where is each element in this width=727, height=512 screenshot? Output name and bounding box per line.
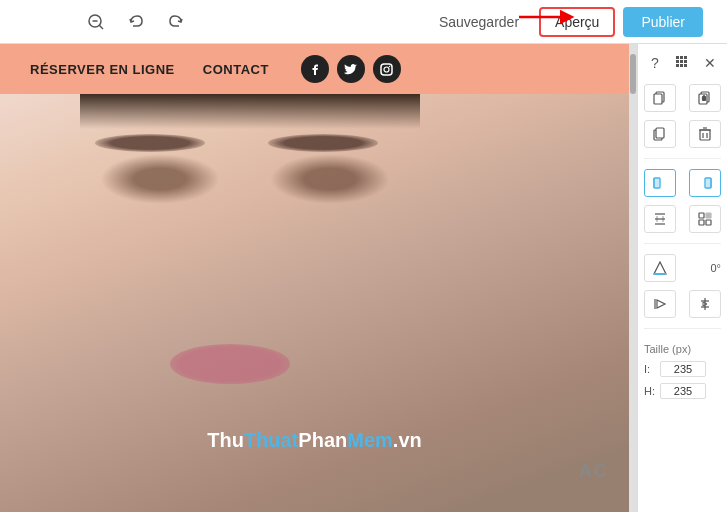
svg-rect-24 — [700, 130, 710, 140]
instagram-icon[interactable] — [373, 55, 401, 83]
align-left-button[interactable] — [644, 169, 676, 197]
hair-top — [80, 94, 420, 129]
hero-image: AC ThuThuatPhanMem.vn — [0, 94, 629, 512]
size-label: Taille (px) — [644, 343, 721, 355]
svg-rect-10 — [684, 56, 687, 59]
watermark-thuat: Thuat — [244, 429, 298, 451]
nav-link-reserver[interactable]: RÉSERVER EN LIGNE — [30, 62, 175, 77]
redo-button[interactable] — [160, 6, 192, 38]
svg-marker-44 — [654, 262, 666, 274]
scrollbar[interactable] — [629, 44, 637, 512]
vcenter-button[interactable] — [689, 290, 721, 318]
preview-area: RÉSERVER EN LIGNE CONTACT — [0, 44, 629, 512]
watermark-vn: .vn — [393, 429, 422, 451]
lips — [170, 344, 290, 384]
grid-icon[interactable] — [672, 52, 694, 74]
eye-right — [270, 154, 390, 204]
eye-left — [100, 154, 220, 204]
svg-rect-41 — [706, 213, 711, 218]
scrollbar-thumb[interactable] — [630, 54, 636, 94]
grid-align-button[interactable] — [689, 205, 721, 233]
spacing-button[interactable] — [644, 205, 676, 233]
divider-3 — [644, 328, 721, 329]
svg-rect-11 — [676, 60, 679, 63]
svg-rect-5 — [381, 64, 392, 75]
watermark-phan: Phan — [298, 429, 347, 451]
svg-rect-14 — [676, 64, 679, 67]
toolbar: Sauvegarder Aperçu Publier — [0, 0, 727, 44]
svg-rect-8 — [676, 56, 679, 59]
panel-section-4 — [644, 203, 721, 235]
svg-point-7 — [389, 65, 390, 66]
close-icon[interactable]: ✕ — [699, 52, 721, 74]
right-panel: ? ✕ — [637, 44, 727, 512]
field-i-label: I: — [644, 363, 656, 375]
svg-rect-13 — [684, 60, 687, 63]
field-i-input[interactable] — [660, 361, 706, 377]
nav-link-contact[interactable]: CONTACT — [203, 62, 269, 77]
panel-section-1 — [644, 82, 721, 114]
svg-rect-18 — [654, 94, 662, 104]
zoom-out-button[interactable] — [80, 6, 112, 38]
svg-rect-43 — [706, 220, 711, 225]
copy-button[interactable] — [644, 84, 676, 112]
watermark: ThuThuatPhanMem.vn — [207, 429, 421, 452]
paste-locked-button[interactable] — [689, 84, 721, 112]
panel-section-3 — [644, 167, 721, 199]
eyebrow-left — [95, 134, 205, 152]
svg-rect-42 — [699, 220, 704, 225]
field-i-row: I: — [644, 361, 721, 377]
main-area: RÉSERVER EN LIGNE CONTACT — [0, 44, 727, 512]
svg-rect-16 — [684, 64, 687, 67]
color-button[interactable] — [644, 254, 676, 282]
eyebrow-right — [268, 134, 378, 152]
field-h-label: H: — [644, 385, 656, 397]
panel-top-row: ? ✕ — [644, 52, 721, 74]
svg-line-4 — [99, 25, 103, 29]
field-h-input[interactable] — [660, 383, 706, 399]
svg-rect-12 — [680, 60, 683, 63]
facebook-icon[interactable] — [301, 55, 329, 83]
divider-1 — [644, 158, 721, 159]
align-right-button[interactable] — [689, 169, 721, 197]
svg-rect-40 — [699, 213, 704, 218]
svg-rect-23 — [656, 128, 664, 138]
hero-text: AC — [579, 461, 609, 482]
save-button[interactable]: Sauvegarder — [427, 8, 531, 36]
svg-rect-32 — [705, 178, 711, 188]
twitter-icon[interactable] — [337, 55, 365, 83]
svg-marker-47 — [657, 300, 665, 308]
panel-section-2 — [644, 118, 721, 150]
watermark-mem: Mem — [347, 429, 393, 451]
angle-value: 0° — [710, 262, 721, 274]
svg-rect-9 — [680, 56, 683, 59]
field-h-row: H: — [644, 383, 721, 399]
undo-button[interactable] — [120, 6, 152, 38]
publier-button[interactable]: Publier — [623, 7, 703, 37]
red-arrow — [519, 2, 579, 36]
svg-rect-29 — [654, 178, 660, 188]
nav-bar: RÉSERVER EN LIGNE CONTACT — [0, 44, 629, 94]
help-icon[interactable]: ? — [644, 52, 666, 74]
duplicate-button[interactable] — [644, 120, 676, 148]
panel-section-5: 0° — [644, 252, 721, 284]
svg-point-6 — [384, 67, 389, 72]
social-icons — [301, 55, 401, 83]
divider-2 — [644, 243, 721, 244]
watermark-thu: Thu — [207, 429, 244, 451]
start-button[interactable] — [644, 290, 676, 318]
svg-rect-21 — [703, 97, 706, 101]
panel-section-6 — [644, 288, 721, 320]
svg-rect-15 — [680, 64, 683, 67]
delete-button[interactable] — [689, 120, 721, 148]
